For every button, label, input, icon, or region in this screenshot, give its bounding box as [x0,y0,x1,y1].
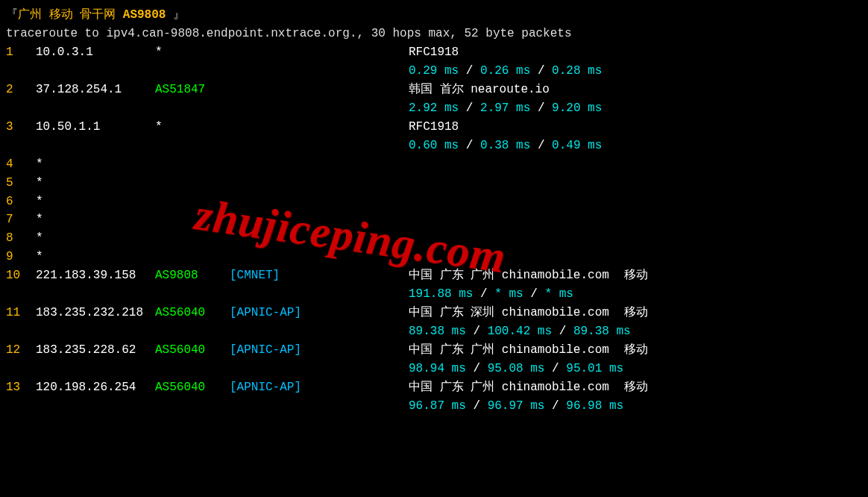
hop-number: 3 [6,118,36,137]
timeout-mark: * [36,248,43,266]
hop-isp: 移动 [624,304,648,322]
hop-timing: 98.94 ms / 95.08 ms / 95.01 ms [409,360,623,378]
hop-location: 中国 广东 广州 chinamobile.com [409,341,609,360]
hop-location: 中国 广东 广州 chinamobile.com [409,378,609,397]
hop-isp: 移动 [624,266,648,285]
hop-number: 5 [6,174,36,193]
hop-ip: 10.50.1.1 [36,118,155,137]
hop-row: 11183.235.232.218AS56040[APNIC-AP]中国 广东 … [6,304,862,322]
hop-ip: 183.235.228.62 [36,341,155,360]
hop-asn: * [155,43,230,62]
hop-ip: 183.235.232.218 [36,304,155,322]
hop-ip: 221.183.39.158 [36,266,155,285]
hop-row-timeout: 6* [6,193,862,211]
timeout-mark: * [36,210,43,229]
timing-row: 96.87 ms / 96.97 ms / 96.98 ms [6,397,862,416]
hop-timing: 89.38 ms / 100.42 ms / 89.38 ms [409,322,631,341]
hop-location: RFC1918 [409,118,459,137]
hop-number: 10 [6,266,36,285]
hop-row: 310.50.1.1*RFC1918 [6,118,862,137]
traceroute-command: traceroute to ipv4.can-9808.endpoint.nxt… [6,25,862,43]
hop-row-timeout: 5* [6,174,862,193]
timing-row: 2.92 ms / 2.97 ms / 9.20 ms [6,99,862,118]
hop-timing: 191.88 ms / * ms / * ms [409,285,573,304]
hop-row: 110.0.3.1*RFC1918 [6,43,862,62]
hop-tag: [APNIC-AP] [230,341,409,360]
hop-timing: 0.29 ms / 0.26 ms / 0.28 ms [409,62,602,81]
hop-number: 9 [6,248,36,266]
hop-row: 10221.183.39.158AS9808[CMNET]中国 广东 广州 ch… [6,266,862,285]
hop-tag: [APNIC-AP] [230,378,409,397]
hop-row: 12183.235.228.62AS56040[APNIC-AP]中国 广东 广… [6,341,862,360]
hop-asn: AS56040 [155,378,230,397]
hop-timing: 0.60 ms / 0.38 ms / 0.49 ms [409,137,602,155]
hop-location: 韩国 首尔 nearoute.io [409,81,550,99]
hop-row-timeout: 4* [6,155,862,174]
hop-tag: [CMNET] [230,266,409,285]
header-suffix: 』 [173,8,185,22]
hop-ip: 10.0.3.1 [36,43,155,62]
timeout-mark: * [36,174,43,193]
timeout-mark: * [36,229,43,248]
hop-number: 11 [6,304,36,322]
hop-isp: 移动 [624,341,648,360]
hop-number: 13 [6,378,36,397]
hop-timing: 96.87 ms / 96.97 ms / 96.98 ms [409,397,623,416]
hop-location: 中国 广东 深圳 chinamobile.com [409,304,609,322]
hop-number: 12 [6,341,36,360]
trace-header: 『广州 移动 骨干网 AS9808 』 [6,6,862,25]
hop-ip: 37.128.254.1 [36,81,155,99]
hop-asn: AS9808 [155,266,230,285]
hop-ip: 120.198.26.254 [36,378,155,397]
header-asn: AS9808 [123,8,166,22]
hop-number: 4 [6,155,36,174]
hop-number: 8 [6,229,36,248]
hop-row-timeout: 8* [6,229,862,248]
hop-row-timeout: 9* [6,248,862,266]
hop-location: 中国 广东 广州 chinamobile.com [409,266,609,285]
hop-tag: [APNIC-AP] [230,304,409,322]
hop-number: 7 [6,210,36,229]
hop-timing: 2.92 ms / 2.97 ms / 9.20 ms [409,99,602,118]
timing-row: 0.60 ms / 0.38 ms / 0.49 ms [6,137,862,155]
header-prefix: 『 [6,8,18,22]
hop-row: 13120.198.26.254AS56040[APNIC-AP]中国 广东 广… [6,378,862,397]
timeout-mark: * [36,155,43,174]
header-loc: 广州 移动 骨干网 [18,8,116,22]
timeout-mark: * [36,193,43,211]
timing-row: 89.38 ms / 100.42 ms / 89.38 ms [6,322,862,341]
hop-isp: 移动 [624,378,648,397]
hop-asn: AS56040 [155,341,230,360]
hop-row: 237.128.254.1AS51847韩国 首尔 nearoute.io [6,81,862,99]
hop-asn: AS56040 [155,304,230,322]
hops-list: 110.0.3.1*RFC19180.29 ms / 0.26 ms / 0.2… [6,43,862,416]
hop-row-timeout: 7* [6,210,862,229]
hop-number: 1 [6,43,36,62]
hop-location: RFC1918 [409,43,459,62]
hop-number: 2 [6,81,36,99]
hop-number: 6 [6,193,36,211]
hop-asn: * [155,118,230,137]
timing-row: 98.94 ms / 95.08 ms / 95.01 ms [6,360,862,378]
hop-asn: AS51847 [155,81,230,99]
timing-row: 191.88 ms / * ms / * ms [6,285,862,304]
timing-row: 0.29 ms / 0.26 ms / 0.28 ms [6,62,862,81]
